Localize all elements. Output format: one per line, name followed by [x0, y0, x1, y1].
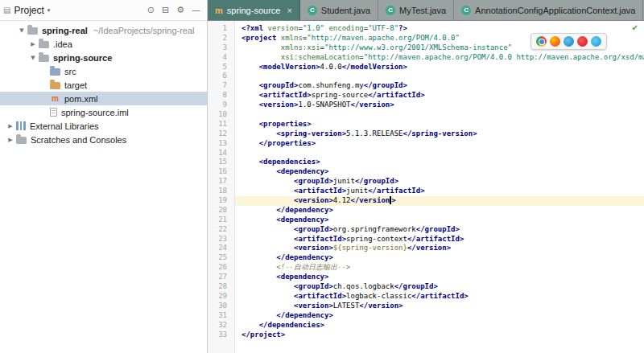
code-line-21[interactable]: <dependency> — [235, 215, 644, 225]
inspections-status-icon[interactable]: ✔ — [632, 24, 638, 32]
code-line-22[interactable]: <groupId>org.springframework</groupId> — [235, 225, 644, 235]
code-token: xmlns — [281, 34, 303, 42]
code-line-23[interactable]: <artifactId>spring-context</artifactId> — [235, 235, 644, 244]
line-number: 24 — [208, 244, 227, 253]
code-line-30[interactable]: <version>LATEST</version> — [235, 302, 644, 311]
code-token: </dependency> — [276, 206, 332, 214]
ie-icon[interactable] — [591, 36, 601, 47]
tree-item-src[interactable]: src — [0, 64, 207, 78]
code-token: encoding — [328, 24, 363, 32]
editor[interactable]: 1234567891011121314151617181920212223242… — [208, 21, 644, 353]
code-line-33[interactable]: </project> — [235, 330, 644, 340]
tree-item-.idea[interactable]: ▶.idea — [0, 37, 207, 51]
safari-icon[interactable] — [564, 36, 574, 47]
code-token: <dependency> — [276, 167, 328, 175]
tab-Student.java[interactable]: CStudent.java — [300, 0, 378, 20]
settings-gear-icon[interactable]: ⚙ — [176, 6, 184, 14]
chevron-collapsed-icon[interactable]: ▶ — [5, 123, 16, 129]
class-icon: C — [461, 6, 471, 15]
code-line-12[interactable]: <spring-version>5.1.3.RELEASE</spring-ve… — [235, 129, 644, 139]
tree-item-Scratches and Consoles[interactable]: ▶Scratches and Consoles — [0, 133, 207, 146]
opera-icon[interactable] — [577, 36, 588, 47]
line-number: 12 — [208, 129, 227, 139]
line-number: 28 — [208, 282, 227, 292]
code-token: <version> — [294, 196, 333, 204]
code-token: <groupId> — [294, 282, 333, 290]
code-area[interactable]: <?xml version="1.0" encoding="UTF-8"?><p… — [235, 21, 644, 353]
tab-MyTest.java[interactable]: CMyTest.java — [378, 0, 454, 20]
code-line-9[interactable]: <version>1.0-SNAPSHOT</version> — [235, 101, 644, 110]
project-panel-title-label: Project — [14, 5, 43, 16]
code-line-28[interactable]: <groupId>ch.qos.logback</groupId> — [235, 282, 644, 292]
tree-item-target[interactable]: target — [0, 78, 207, 92]
code-line-19[interactable]: <version>4.12</version> — [235, 196, 644, 206]
code-line-14[interactable] — [235, 149, 644, 158]
code-token — [242, 225, 294, 233]
hide-panel-icon[interactable]: — — [192, 6, 200, 14]
code-token: version — [268, 24, 299, 32]
chevron-collapsed-icon[interactable]: ▶ — [5, 137, 16, 143]
code-line-5[interactable]: <modelVersion>4.0.0</modelVersion> — [235, 63, 644, 72]
code-token: <version> — [294, 302, 333, 310]
code-token: ?> — [398, 24, 407, 32]
tree-item-spring-source.iml[interactable]: spring-source.iml — [0, 105, 207, 119]
code-line-15[interactable]: <dependencies> — [235, 158, 644, 167]
code-line-25[interactable]: </dependency> — [235, 253, 644, 263]
code-line-32[interactable]: </dependencies> — [235, 321, 644, 330]
locate-file-icon[interactable]: ⊙ — [147, 6, 155, 14]
code-line-7[interactable]: <groupId>com.shunfeng.my</groupId> — [235, 81, 644, 91]
code-token: </version> — [351, 101, 394, 109]
code-line-13[interactable]: </properties> — [235, 139, 644, 149]
code-line-10[interactable] — [235, 110, 644, 120]
code-token: 4.12 — [333, 196, 351, 204]
line-number: 32 — [208, 321, 227, 330]
code-line-17[interactable]: <groupId>junit</groupId> — [235, 177, 644, 187]
firefox-icon[interactable] — [550, 36, 560, 47]
close-icon[interactable]: × — [287, 6, 291, 15]
chevron-expanded-icon[interactable]: ▼ — [16, 27, 27, 34]
code-token: junit — [346, 187, 368, 195]
line-number: 10 — [208, 110, 227, 120]
project-panel: ▤ Project ▾ ⊙⊟⚙— ▼spring-real~/IdeaProje… — [0, 0, 208, 353]
chrome-icon[interactable] — [536, 36, 547, 47]
line-number: 25 — [208, 253, 227, 263]
chevron-expanded-icon[interactable]: ▼ — [27, 55, 39, 61]
tree-item-spring-source[interactable]: ▼spring-source — [0, 51, 207, 64]
code-line-26[interactable]: <!--自动日志输出--> — [235, 263, 644, 273]
line-number: 7 — [208, 81, 227, 91]
code-line-4[interactable]: xsi:schemaLocation="http://maven.apache.… — [235, 53, 644, 63]
code-line-24[interactable]: <version>${spring-version}</version> — [235, 244, 644, 253]
code-token: </version> — [407, 244, 451, 252]
code-token: </groupId> — [355, 177, 398, 185]
project-panel-title[interactable]: Project ▾ — [14, 5, 50, 16]
code-line-8[interactable]: <artifactId>spring-source</artifactId> — [235, 91, 644, 101]
chevron-collapsed-icon[interactable]: ▶ — [27, 41, 39, 47]
code-token: </spring-version> — [403, 129, 477, 138]
code-line-18[interactable]: <artifactId>junit</artifactId> — [235, 187, 644, 196]
tree-item-External Libraries[interactable]: ▶External Libraries — [0, 119, 207, 133]
tab-spring-source[interactable]: mspring-source× — [208, 0, 300, 20]
project-tree: ▼spring-real~/IdeaProjects/spring-real▶.… — [0, 21, 207, 353]
code-token: <artifactId> — [294, 235, 346, 243]
code-token — [242, 292, 294, 300]
code-token: </groupId> — [364, 81, 407, 89]
code-line-20[interactable]: </dependency> — [235, 206, 644, 215]
code-token: 1.0-SNAPSHOT — [298, 101, 350, 109]
tab-AnnotationConfigApplicationContext.java[interactable]: CAnnotationConfigApplicationContext.java — [454, 0, 643, 20]
code-token — [242, 321, 259, 329]
code-line-29[interactable]: <artifactId>logback-classic</artifactId> — [235, 292, 644, 302]
tree-item-path: ~/IdeaProjects/spring-real — [93, 26, 195, 35]
tree-item-pom.xml[interactable]: mpom.xml — [0, 92, 207, 105]
src-folder-icon — [50, 68, 60, 76]
code-line-6[interactable] — [235, 72, 644, 81]
code-token: </version> — [359, 302, 402, 310]
excluded-folder-icon — [50, 82, 60, 89]
tree-item-spring-real[interactable]: ▼spring-real~/IdeaProjects/spring-real — [0, 23, 207, 37]
code-line-11[interactable]: <properties> — [235, 120, 644, 129]
code-token: </groupId> — [416, 225, 460, 233]
collapse-all-icon[interactable]: ⊟ — [162, 6, 169, 14]
code-line-31[interactable]: </dependency> — [235, 311, 644, 321]
code-line-27[interactable]: <dependency> — [235, 273, 644, 282]
class-icon: C — [386, 6, 395, 15]
code-line-16[interactable]: <dependency> — [235, 167, 644, 177]
